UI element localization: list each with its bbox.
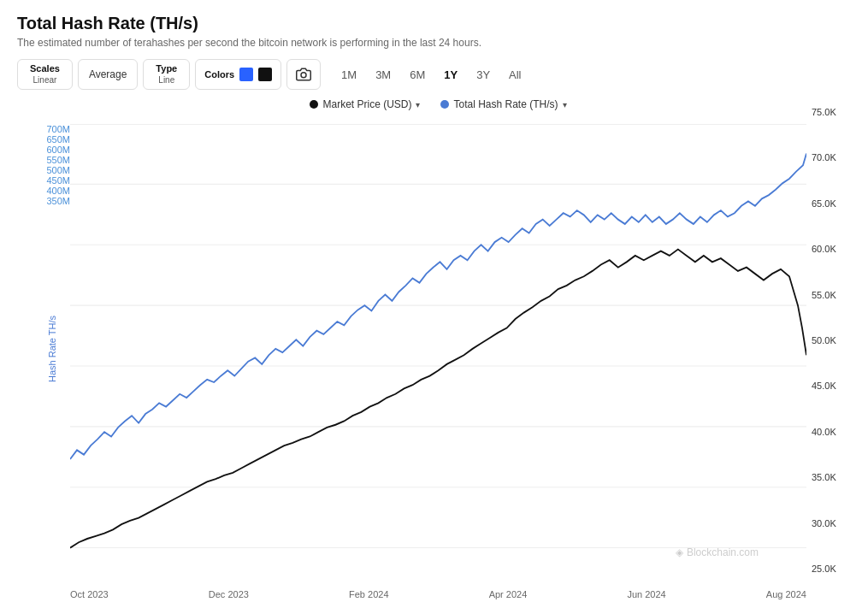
- toolbar: Scales Linear Average Type Line Colors: [17, 59, 851, 90]
- camera-button[interactable]: [286, 59, 321, 90]
- chart-area: Hash Rate TH/s 700M 650M 600M 550M 500M …: [17, 98, 851, 599]
- legend-chevron-market: ▾: [416, 100, 420, 109]
- type-group: Type Line: [143, 59, 190, 90]
- hashrate-line: [70, 153, 806, 459]
- legend-dot-market: [310, 100, 318, 109]
- y-axis-left-label: Hash Rate TH/s: [47, 316, 57, 382]
- legend-chevron-hashrate: ▾: [563, 100, 567, 109]
- scales-label: Scales: [30, 63, 60, 74]
- x-label-feb: Feb 2024: [349, 589, 388, 599]
- average-button[interactable]: Average: [78, 59, 138, 90]
- x-label-oct: Oct 2023: [70, 589, 109, 599]
- x-axis: Oct 2023 Dec 2023 Feb 2024 Apr 2024 Jun …: [70, 586, 806, 599]
- svg-point-0: [301, 73, 306, 78]
- y-axis-right: 75.0K 70.0K 65.0K 60.0K 55.0K 50.0K 45.0…: [806, 98, 851, 599]
- page-title: Total Hash Rate (TH/s): [17, 14, 851, 33]
- x-label-jun: Jun 2024: [627, 589, 665, 599]
- chart-wrapper: Market Price (USD) ▾ Total Hash Rate (TH…: [70, 98, 806, 599]
- type-label: Type: [156, 63, 177, 74]
- time-btn-1m[interactable]: 1M: [333, 63, 365, 86]
- y-axis-left: 700M 650M 600M 550M 500M 450M 400M 350M: [17, 124, 70, 206]
- type-value: Line: [158, 75, 174, 86]
- type-button[interactable]: Type Line: [144, 60, 189, 89]
- color-swatch-2[interactable]: [258, 68, 272, 81]
- x-label-apr: Apr 2024: [489, 589, 528, 599]
- scales-button[interactable]: Scales Linear: [18, 60, 72, 89]
- watermark-text: Blockchain.com: [687, 546, 759, 558]
- colors-label: Colors: [204, 69, 234, 80]
- time-btn-6m[interactable]: 6M: [401, 63, 434, 86]
- time-btn-3m[interactable]: 3M: [367, 63, 399, 86]
- time-btn-1y[interactable]: 1Y: [435, 63, 466, 86]
- chart-svg: .grid-line { stroke: #eee; stroke-width:…: [70, 115, 806, 586]
- time-group: 1M 3M 6M 1Y 3Y All: [333, 63, 529, 86]
- time-btn-all[interactable]: All: [500, 63, 529, 86]
- scales-value: Linear: [33, 75, 57, 86]
- time-btn-3y[interactable]: 3Y: [468, 63, 499, 86]
- x-label-dec: Dec 2023: [209, 589, 249, 599]
- chart-svg-container: .grid-line { stroke: #eee; stroke-width:…: [70, 115, 806, 586]
- watermark-icon: ◈: [676, 546, 683, 558]
- market-price-line: [70, 250, 806, 548]
- watermark: ◈ Blockchain.com: [676, 546, 759, 558]
- legend-label-hashrate: Total Hash Rate (TH/s): [453, 98, 558, 110]
- legend-label-market: Market Price (USD): [322, 98, 411, 110]
- colors-group: Colors: [195, 59, 281, 90]
- legend-item-hashrate: Total Hash Rate (TH/s) ▾: [440, 98, 566, 110]
- legend-dot-hashrate: [440, 100, 449, 109]
- page-subtitle: The estimated number of terahashes per s…: [17, 37, 851, 49]
- color-swatch-1[interactable]: [239, 68, 253, 81]
- chart-legend: Market Price (USD) ▾ Total Hash Rate (TH…: [70, 98, 806, 110]
- scales-group: Scales Linear: [17, 59, 73, 90]
- legend-item-market-price: Market Price (USD) ▾: [310, 98, 420, 110]
- x-label-aug: Aug 2024: [766, 589, 806, 599]
